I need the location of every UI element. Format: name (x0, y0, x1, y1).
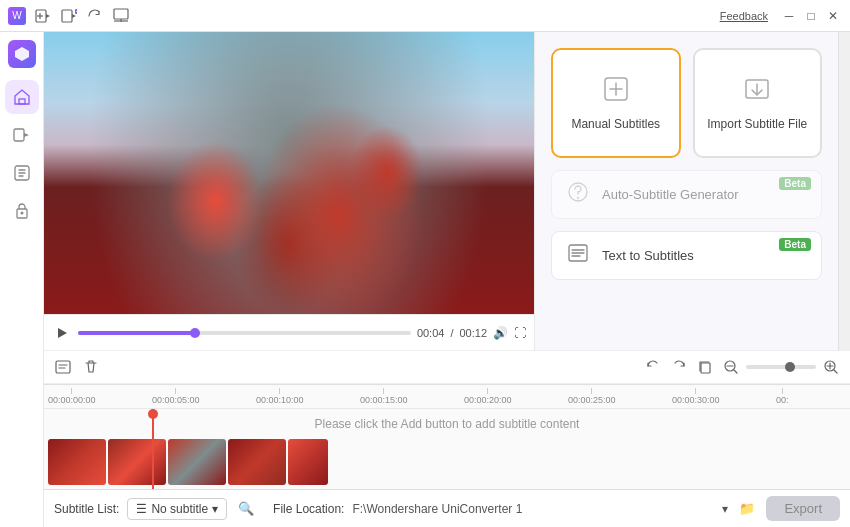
open-folder-button[interactable]: 📁 (736, 498, 758, 520)
ruler-mark-7: 00: (776, 388, 789, 405)
ruler-mark-3: 00:00:15:00 (360, 388, 408, 405)
video-section: 00:04 / 00:12 🔊 ⛶ (44, 32, 534, 350)
svg-rect-7 (114, 9, 128, 19)
subtitle-message: Please click the Add button to add subti… (44, 417, 850, 431)
feedback-link[interactable]: Feedback (720, 10, 768, 22)
strip-thumb-4 (228, 439, 286, 485)
auto-subtitle-row: Auto-Subtitle Generator Beta (551, 170, 822, 219)
redo-button[interactable] (668, 356, 690, 378)
video-panel-row: 00:04 / 00:12 🔊 ⛶ (44, 32, 850, 350)
time-ruler: 00:00:00:00 00:00:05:00 00:00:10:00 00:0… (44, 385, 850, 409)
copy-button[interactable] (694, 356, 716, 378)
import-subtitle-card[interactable]: Import Subtitle File (693, 48, 823, 158)
sidebar-item-home[interactable] (5, 80, 39, 114)
auto-subtitle-label: Auto-Subtitle Generator (602, 187, 739, 202)
ruler-mark-5: 00:00:25:00 (568, 388, 616, 405)
zoom-out-button[interactable] (720, 356, 742, 378)
text-to-subtitle-beta-badge: Beta (779, 238, 811, 251)
main-area: 00:04 / 00:12 🔊 ⛶ (0, 32, 850, 527)
svg-line-32 (734, 370, 737, 373)
ruler-mark-6: 00:00:30:00 (672, 388, 720, 405)
title-bar: W (0, 0, 850, 32)
svg-rect-3 (62, 10, 72, 22)
manual-subtitles-card[interactable]: Manual Subtitles (551, 48, 681, 158)
svg-rect-11 (14, 129, 24, 141)
time-display: 00:04 (417, 327, 445, 339)
settings-button[interactable] (110, 5, 132, 27)
svg-line-36 (834, 370, 837, 373)
minimize-button[interactable]: ─ (780, 7, 798, 25)
volume-icon[interactable]: 🔊 (493, 326, 508, 340)
playhead (152, 409, 154, 489)
timeline-tools-left (52, 356, 102, 378)
toolbar-icons (32, 5, 132, 27)
timeline-tools-right (642, 356, 842, 378)
svg-rect-26 (56, 361, 70, 373)
text-tool-button[interactable] (52, 356, 74, 378)
text-to-subtitle-label: Text to Subtitles (602, 248, 694, 263)
subtitle-dropdown-icon: ▾ (212, 502, 218, 516)
zoom-slider[interactable] (746, 365, 816, 369)
right-scrollbar[interactable] (838, 32, 850, 350)
progress-bar[interactable] (78, 331, 411, 335)
app-logo: W (8, 7, 26, 25)
undo-button[interactable] (642, 356, 664, 378)
bottom-bar: Subtitle List: ☰ No subtitle ▾ 🔍 File Lo… (44, 489, 850, 527)
sidebar-item-compress[interactable] (5, 156, 39, 190)
ruler-mark-4: 00:00:20:00 (464, 388, 512, 405)
video-strip (48, 439, 846, 485)
import-subtitle-icon (743, 75, 771, 109)
ruler-mark-0: 00:00:00:00 (48, 388, 96, 405)
add-subtitle-button[interactable] (58, 5, 80, 27)
import-subtitle-label: Import Subtitle File (707, 117, 807, 131)
strip-thumb-5 (288, 439, 328, 485)
file-path-arrow: ▾ (722, 502, 728, 516)
text-to-subtitle-icon (564, 242, 592, 269)
subtitle-search-button[interactable]: 🔍 (235, 498, 257, 520)
fullscreen-button[interactable]: ⛶ (514, 326, 526, 340)
manual-subtitle-icon (602, 75, 630, 109)
sidebar-item-watermark[interactable] (5, 194, 39, 228)
strip-thumb-1 (48, 439, 106, 485)
subtitle-select-value: No subtitle (151, 502, 208, 516)
video-player (44, 32, 534, 314)
ruler-mark-1: 00:00:05:00 (152, 388, 200, 405)
subtitle-select[interactable]: ☰ No subtitle ▾ (127, 498, 227, 520)
maximize-button[interactable]: □ (802, 7, 820, 25)
svg-rect-29 (701, 363, 710, 373)
rotate-button[interactable] (84, 5, 106, 27)
timeline-content: Please click the Add button to add subti… (44, 409, 850, 489)
manual-subtitle-label: Manual Subtitles (571, 117, 660, 131)
subtitle-options-row: Manual Subtitles Import Subtitle File (551, 48, 822, 158)
zoom-handle (785, 362, 795, 372)
ruler-mark-2: 00:00:10:00 (256, 388, 304, 405)
timeline-area: 00:00:00:00 00:00:05:00 00:00:10:00 00:0… (44, 384, 850, 489)
auto-subtitle-beta-badge: Beta (779, 177, 811, 190)
time-separator: / (450, 327, 453, 339)
progress-fill (78, 331, 195, 335)
video-frame (44, 32, 534, 314)
add-video-button[interactable] (32, 5, 54, 27)
zoom-in-button[interactable] (820, 356, 842, 378)
right-panel: Manual Subtitles Import Subtitle File (534, 32, 838, 350)
svg-point-21 (577, 197, 579, 199)
file-path: F:\Wondershare UniConverter 1 (352, 502, 714, 516)
strip-thumb-3 (168, 439, 226, 485)
subtitle-list-label: Subtitle List: (54, 502, 119, 516)
sidebar-item-convert[interactable] (5, 118, 39, 152)
close-button[interactable]: ✕ (824, 7, 842, 25)
svg-point-14 (20, 212, 23, 215)
progress-handle (190, 328, 200, 338)
auto-subtitle-icon (564, 181, 592, 208)
play-button[interactable] (52, 323, 72, 343)
title-bar-left: W (8, 5, 132, 27)
strip-thumb-2 (108, 439, 166, 485)
time-total: 00:12 (459, 327, 487, 339)
sidebar-logo (8, 40, 36, 68)
delete-button[interactable] (80, 356, 102, 378)
svg-rect-10 (19, 99, 25, 104)
title-bar-right: Feedback ─ □ ✕ (720, 7, 842, 25)
video-background (44, 32, 534, 314)
text-to-subtitle-row[interactable]: Text to Subtitles Beta (551, 231, 822, 280)
export-button: Export (766, 496, 840, 521)
